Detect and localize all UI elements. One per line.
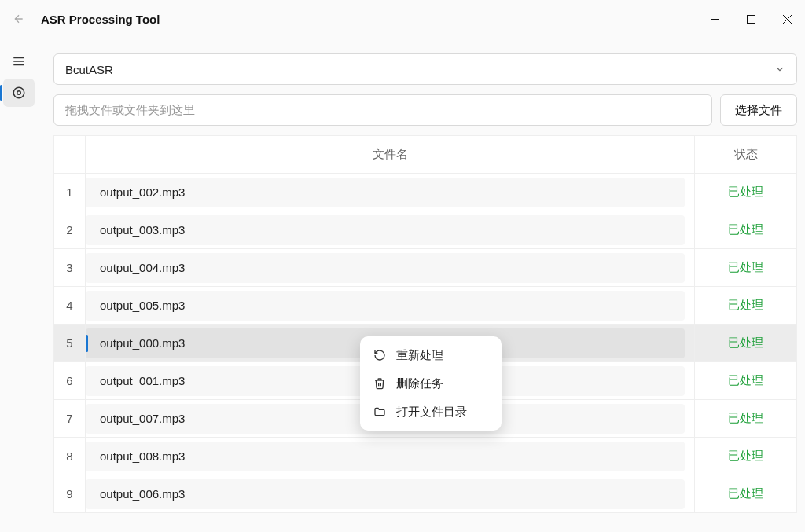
main-content: BcutASR 拖拽文件或文件夹到这里 选择文件 文件名 状态 1output_… <box>53 53 797 532</box>
context-menu: 重新处理 删除任务 打开文件目录 <box>360 336 502 431</box>
row-filename: output_002.mp3 <box>86 178 685 207</box>
row-filename-cell: output_003.mp3 <box>86 211 695 249</box>
titlebar: ASR Processing Tool <box>0 0 805 38</box>
minimize-icon <box>711 15 719 24</box>
svg-point-7 <box>13 87 24 98</box>
row-status: 已处理 <box>695 400 797 438</box>
row-index: 7 <box>54 400 86 438</box>
maximize-icon <box>747 15 755 24</box>
window-controls <box>697 6 805 31</box>
row-filename: output_005.mp3 <box>86 291 685 321</box>
sidebar <box>0 41 38 107</box>
row-index: 5 <box>54 325 86 362</box>
row-filename: output_004.mp3 <box>86 253 685 283</box>
row-index: 8 <box>54 438 86 475</box>
ctx-reprocess[interactable]: 重新处理 <box>365 341 497 369</box>
drop-zone-placeholder: 拖拽文件或文件夹到这里 <box>65 103 195 118</box>
chevron-down-icon <box>774 64 785 75</box>
folder-icon <box>373 405 387 418</box>
sidebar-menu-toggle[interactable] <box>3 47 35 75</box>
row-index: 6 <box>54 362 86 400</box>
file-table: 文件名 状态 1output_002.mp3已处理2output_003.mp3… <box>53 135 797 513</box>
svg-point-8 <box>17 91 21 95</box>
col-index-header <box>54 136 86 174</box>
close-icon <box>783 15 792 24</box>
minimize-button[interactable] <box>697 6 733 31</box>
choose-file-label: 选择文件 <box>735 103 782 118</box>
file-input-row: 拖拽文件或文件夹到这里 选择文件 <box>53 94 797 126</box>
row-status: 已处理 <box>695 475 797 513</box>
menu-icon <box>12 54 26 68</box>
ctx-delete[interactable]: 删除任务 <box>365 369 497 398</box>
row-filename: output_008.mp3 <box>86 442 685 471</box>
row-index: 2 <box>54 211 86 249</box>
ctx-delete-label: 删除任务 <box>396 376 443 391</box>
row-filename-cell: output_004.mp3 <box>86 249 695 287</box>
engine-select[interactable]: BcutASR <box>53 53 797 85</box>
row-filename: output_006.mp3 <box>86 479 685 509</box>
row-status: 已处理 <box>695 174 797 211</box>
close-button[interactable] <box>769 6 805 31</box>
row-status: 已处理 <box>695 325 797 362</box>
row-status: 已处理 <box>695 287 797 325</box>
back-button[interactable] <box>0 0 38 38</box>
col-filename-header: 文件名 <box>86 136 695 174</box>
row-filename-cell: output_005.mp3 <box>86 287 695 325</box>
row-filename-cell: output_002.mp3 <box>86 174 695 211</box>
row-filename: output_003.mp3 <box>86 215 685 245</box>
maximize-button[interactable] <box>733 6 769 31</box>
row-status: 已处理 <box>695 211 797 249</box>
file-drop-zone[interactable]: 拖拽文件或文件夹到这里 <box>53 94 712 126</box>
choose-file-button[interactable]: 选择文件 <box>720 94 797 126</box>
svg-rect-1 <box>747 15 755 23</box>
ctx-open-folder-label: 打开文件目录 <box>396 405 467 420</box>
engine-select-value: BcutASR <box>65 63 113 76</box>
row-status: 已处理 <box>695 249 797 287</box>
row-index: 4 <box>54 287 86 325</box>
row-filename-cell: output_008.mp3 <box>86 438 695 475</box>
col-status-header: 状态 <box>695 136 797 174</box>
row-index: 9 <box>54 475 86 513</box>
row-filename-cell: output_006.mp3 <box>86 475 695 513</box>
arrow-left-icon <box>13 13 25 25</box>
row-status: 已处理 <box>695 362 797 400</box>
trash-icon <box>373 377 387 390</box>
sidebar-item-asr[interactable] <box>3 79 35 107</box>
row-status: 已处理 <box>695 438 797 475</box>
refresh-icon <box>373 349 387 361</box>
ctx-reprocess-label: 重新处理 <box>396 348 443 363</box>
disc-icon <box>12 86 26 100</box>
row-index: 1 <box>54 174 86 211</box>
window-title: ASR Processing Tool <box>38 13 697 26</box>
row-index: 3 <box>54 249 86 287</box>
ctx-open-folder[interactable]: 打开文件目录 <box>365 398 497 426</box>
